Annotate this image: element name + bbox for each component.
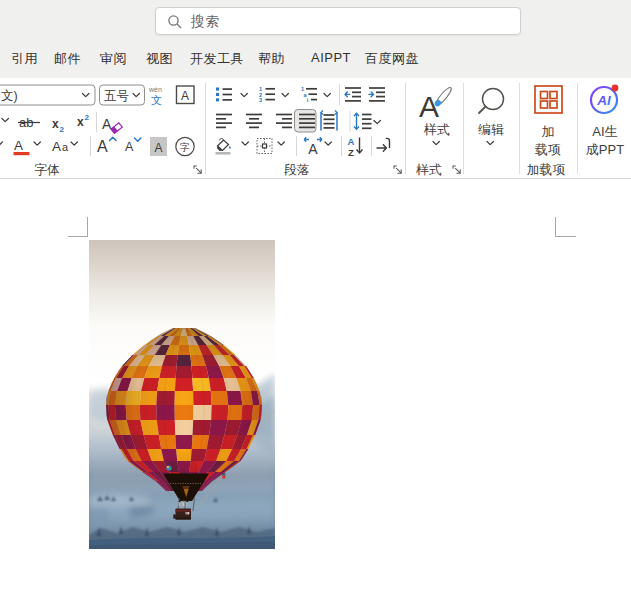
svg-text:五号: 五号 <box>104 89 129 103</box>
svg-text:文: 文 <box>151 94 162 106</box>
svg-text:A: A <box>181 89 189 103</box>
svg-text:字: 字 <box>180 142 190 153</box>
svg-text:2: 2 <box>85 113 90 122</box>
svg-text:A: A <box>125 140 134 154</box>
svg-text:样式: 样式 <box>423 122 450 137</box>
svg-text:A: A <box>97 138 108 155</box>
svg-text:成PPT: 成PPT <box>586 142 624 157</box>
svg-text:x: x <box>77 115 84 129</box>
svg-text:加载项: 加载项 <box>527 162 566 177</box>
svg-text:wén: wén <box>148 86 162 93</box>
svg-text:字体: 字体 <box>34 162 60 177</box>
svg-text:A: A <box>348 136 355 147</box>
svg-text:A: A <box>154 141 162 155</box>
svg-text:a: a <box>62 141 69 153</box>
svg-text:AI: AI <box>596 93 611 108</box>
svg-text:编辑: 编辑 <box>478 122 504 137</box>
svg-text:文): 文) <box>1 89 18 103</box>
svg-text:Z: Z <box>348 147 354 158</box>
svg-text:A: A <box>102 116 112 132</box>
svg-text:A: A <box>308 141 318 157</box>
svg-text:2: 2 <box>60 125 65 134</box>
svg-text:A: A <box>14 138 23 153</box>
svg-text:3: 3 <box>259 97 262 103</box>
svg-text:样式: 样式 <box>415 162 442 177</box>
svg-text:x: x <box>52 117 59 131</box>
svg-text:A: A <box>52 139 61 154</box>
svg-text:段落: 段落 <box>283 162 310 177</box>
svg-text:加: 加 <box>542 124 555 139</box>
svg-text:AI生: AI生 <box>592 124 617 139</box>
svg-text:载项: 载项 <box>535 142 561 157</box>
svg-text:i: i <box>307 97 309 103</box>
svg-text:A: A <box>419 90 439 123</box>
